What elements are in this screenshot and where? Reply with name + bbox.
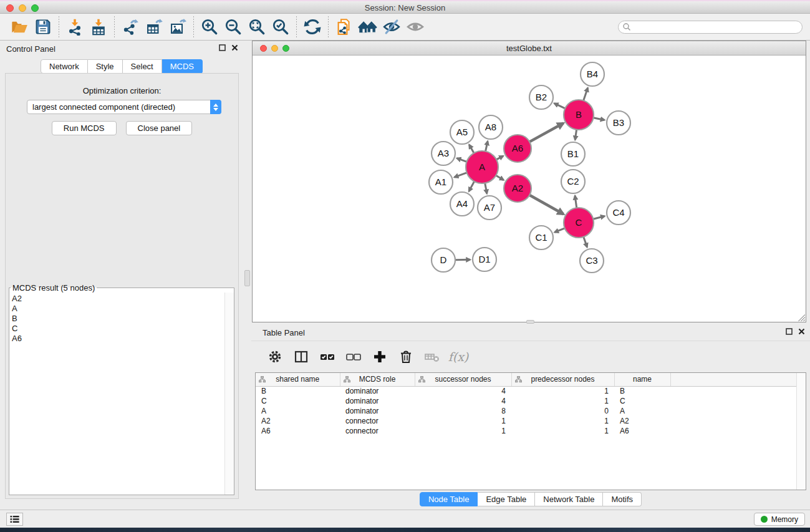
tab-motifs[interactable]: Motifs <box>603 492 642 506</box>
export-image-icon[interactable] <box>166 16 190 38</box>
zoom-in-icon[interactable] <box>198 16 221 38</box>
table-cell[interactable]: 4 <box>415 396 511 406</box>
column-header[interactable]: MCDS role <box>340 373 415 386</box>
tab-select[interactable]: Select <box>123 59 162 74</box>
table-cell[interactable]: dominator <box>340 396 415 406</box>
task-history-button[interactable] <box>6 513 23 526</box>
table-cell[interactable]: 4 <box>415 386 511 396</box>
table-cell[interactable]: A <box>256 406 340 416</box>
zoom-fit-icon[interactable] <box>245 16 269 38</box>
close-panel-icon[interactable] <box>231 44 238 51</box>
criterion-select[interactable]: largest connected component (directed) <box>27 100 221 114</box>
graph-node-A[interactable]: A <box>466 151 498 183</box>
table-cell[interactable]: 1 <box>511 416 614 426</box>
zoom-out-icon[interactable] <box>221 16 245 38</box>
float-panel-icon[interactable] <box>219 44 226 51</box>
graph-node-C4[interactable]: C4 <box>607 201 630 225</box>
import-table-icon[interactable] <box>87 16 110 38</box>
splitter-grip[interactable] <box>244 270 250 286</box>
close-table-panel-icon[interactable] <box>798 328 805 335</box>
graph-node-C2[interactable]: C2 <box>561 170 585 193</box>
show-column-icon[interactable] <box>290 346 312 367</box>
tab-network[interactable]: Network <box>41 59 88 74</box>
open-session-icon[interactable] <box>7 16 31 38</box>
column-header[interactable]: successor nodes <box>415 373 511 386</box>
graph-node-A3[interactable]: A3 <box>432 142 455 165</box>
graph-node-A5[interactable]: A5 <box>450 120 474 144</box>
mcds-result-item[interactable]: A2 <box>12 294 224 304</box>
table-cell[interactable]: 1 <box>511 386 614 396</box>
network-canvas[interactable]: B4B2BB3A5A8A6A3AB1A1C2A2A4A7CC4C1C3DD1 <box>253 56 806 322</box>
graph-node-C3[interactable]: C3 <box>580 249 604 273</box>
table-cell[interactable]: A2 <box>614 416 670 426</box>
table-row[interactable]: A2connector11A2 <box>256 416 806 426</box>
close-panel-button[interactable]: Close panel <box>126 121 193 135</box>
table-cell[interactable]: 1 <box>415 416 511 426</box>
select-all-icon[interactable] <box>316 346 339 367</box>
vertical-splitter[interactable] <box>243 41 252 510</box>
graph-node-A7[interactable]: A7 <box>478 196 501 220</box>
table-cell[interactable]: 1 <box>511 426 614 436</box>
column-settings-gear-icon[interactable] <box>264 346 286 367</box>
table-cell[interactable]: A2 <box>256 416 340 426</box>
table-cell[interactable]: C <box>256 396 340 406</box>
column-header[interactable]: name <box>614 373 670 386</box>
table-cell[interactable]: 1 <box>511 396 614 406</box>
table-cell[interactable]: connector <box>340 416 415 426</box>
column-header[interactable]: shared name <box>256 373 340 386</box>
tab-edge-table[interactable]: Edge Table <box>478 492 535 506</box>
search-input[interactable] <box>631 22 802 32</box>
graph-node-B2[interactable]: B2 <box>529 85 553 109</box>
memory-button[interactable]: Memory <box>754 513 805 526</box>
delete-row-icon[interactable] <box>395 346 417 367</box>
table-cell[interactable]: B <box>614 386 670 396</box>
table-cell[interactable]: connector <box>340 426 415 436</box>
network-from-file-icon[interactable] <box>332 16 356 38</box>
table-scrollbar[interactable] <box>796 373 806 490</box>
result-list-scrollbar[interactable] <box>224 293 234 495</box>
tab-mcds[interactable]: MCDS <box>162 59 203 74</box>
mcds-result-item[interactable]: B <box>12 314 224 324</box>
table-cell[interactable]: dominator <box>340 406 415 416</box>
table-cell[interactable]: A <box>614 406 670 416</box>
graph-node-B1[interactable]: B1 <box>561 142 585 166</box>
add-row-icon[interactable] <box>369 346 391 367</box>
table-cell[interactable]: 8 <box>415 406 511 416</box>
window-resize-grip[interactable] <box>797 313 805 321</box>
graph-node-D1[interactable]: D1 <box>473 248 496 271</box>
graph-node-B3[interactable]: B3 <box>607 111 630 135</box>
horizontal-splitter-grip[interactable] <box>526 320 534 324</box>
column-header[interactable]: predecessor nodes <box>511 373 614 386</box>
float-table-panel-icon[interactable] <box>786 328 793 335</box>
table-cell[interactable]: C <box>614 396 670 406</box>
table-row[interactable]: Cdominator41C <box>256 396 806 406</box>
table-cell[interactable]: A6 <box>614 426 670 436</box>
graph-node-A8[interactable]: A8 <box>479 115 503 139</box>
zoom-selected-icon[interactable] <box>269 16 292 38</box>
graph-node-A4[interactable]: A4 <box>450 192 474 216</box>
save-session-icon[interactable] <box>31 16 55 38</box>
delete-table-icon[interactable] <box>421 346 443 367</box>
table-row[interactable]: Bdominator41B <box>256 386 806 396</box>
deselect-all-icon[interactable] <box>342 346 365 367</box>
graph-node-D[interactable]: D <box>432 248 455 272</box>
table-cell[interactable]: 1 <box>415 426 511 436</box>
table-cell[interactable]: dominator <box>340 386 415 396</box>
home-icon[interactable] <box>356 16 380 38</box>
import-network-icon[interactable] <box>63 16 87 38</box>
graph-node-C[interactable]: C <box>564 208 594 238</box>
graph-node-B[interactable]: B <box>564 100 594 130</box>
table-cell[interactable]: B <box>256 386 340 396</box>
graph-node-A1[interactable]: A1 <box>429 170 453 194</box>
tab-network-table[interactable]: Network Table <box>535 492 603 506</box>
export-table-icon[interactable] <box>142 16 166 38</box>
table-cell[interactable]: A6 <box>256 426 340 436</box>
mcds-result-item[interactable]: C <box>12 324 224 334</box>
table-row[interactable]: A6connector11A6 <box>256 426 806 436</box>
function-builder-icon[interactable]: f(x) <box>447 346 470 367</box>
search-field[interactable] <box>618 21 803 34</box>
mcds-result-item[interactable]: A <box>12 304 224 314</box>
refresh-layout-icon[interactable] <box>301 16 324 38</box>
run-mcds-button[interactable]: Run MCDS <box>52 121 117 135</box>
network-window-titlebar[interactable]: testGlobe.txt <box>253 41 806 56</box>
